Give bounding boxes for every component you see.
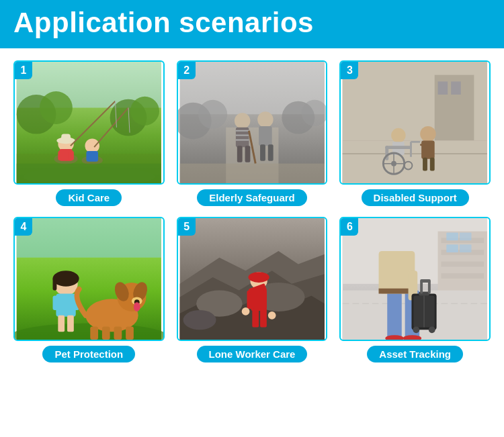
svg-rect-41 [267,144,273,160]
svg-rect-73 [53,295,61,310]
svg-rect-100 [252,309,259,327]
svg-rect-67 [17,218,161,258]
svg-rect-84 [90,326,98,340]
svg-rect-86 [114,326,122,340]
svg-rect-52 [420,144,428,146]
svg-point-16 [85,138,99,153]
svg-point-30 [235,113,250,128]
badge-1: 1 [15,62,32,79]
svg-rect-12 [69,151,74,160]
svg-rect-14 [61,134,71,142]
svg-rect-87 [126,326,134,340]
image-worker: 5 [177,217,328,341]
svg-rect-101 [260,309,267,327]
badge-5: 5 [178,218,196,236]
image-asset: 6 [339,217,491,341]
svg-point-4 [40,91,73,124]
svg-rect-57 [386,146,412,149]
svg-rect-112 [447,233,459,241]
svg-rect-54 [430,158,435,171]
card-worker: 5 [177,217,328,362]
svg-rect-98 [259,291,267,309]
card-pet: 4 [13,217,165,362]
label-disabled: Disabled Support [362,189,469,206]
card-kid-care: 1 [13,60,165,206]
badge-3: 3 [341,62,358,79]
page-container: Application scenarios 1 [0,0,504,369]
svg-point-94 [183,310,216,330]
svg-point-6 [130,97,159,126]
svg-rect-114 [447,244,459,252]
page-title: Application scenarios [13,7,314,39]
svg-rect-42 [179,164,324,183]
svg-rect-118 [388,291,403,340]
svg-point-104 [267,311,276,320]
svg-rect-76 [67,315,74,332]
svg-rect-130 [428,281,431,294]
image-elderly: 2 [177,60,328,185]
svg-rect-22 [17,164,161,183]
svg-point-55 [391,128,406,143]
svg-rect-110 [442,262,485,267]
svg-rect-53 [423,158,427,171]
svg-rect-36 [245,146,250,162]
content-area: 1 [0,48,504,369]
image-disabled: 3 [339,60,491,185]
image-pet: 4 [13,217,165,341]
svg-rect-17 [86,151,98,162]
svg-rect-51 [421,140,435,158]
card-elderly: 2 [177,60,328,206]
svg-rect-39 [259,126,272,146]
svg-point-133 [429,326,435,333]
svg-rect-11 [58,151,63,160]
card-disabled: 3 [339,60,491,206]
badge-4: 4 [15,218,32,236]
scenarios-grid: 1 [13,60,491,362]
svg-rect-75 [58,315,65,332]
label-asset: Asset Tracking [367,346,463,362]
svg-rect-48 [343,140,487,183]
svg-rect-40 [260,144,265,160]
svg-point-103 [241,307,249,315]
label-kid-care: Kid Care [56,189,122,206]
svg-point-83 [134,302,140,311]
svg-rect-131 [420,279,431,283]
svg-rect-35 [237,146,242,162]
label-pet: Pet Protection [42,346,135,362]
image-kid-care: 1 [13,60,165,185]
svg-point-50 [420,126,435,142]
badge-6: 6 [341,218,358,236]
svg-rect-46 [438,81,448,95]
svg-rect-47 [451,81,461,95]
svg-point-70 [53,271,79,286]
svg-point-132 [413,326,420,333]
svg-rect-113 [460,233,472,241]
label-worker: Lone Worker Care [197,346,308,362]
svg-point-26 [198,100,227,129]
label-elderly: Elderly Safeguard [197,189,307,206]
svg-rect-111 [442,273,485,279]
svg-rect-129 [420,281,423,294]
svg-rect-115 [460,244,472,252]
header: Application scenarios [0,0,504,48]
svg-point-99 [248,272,269,283]
svg-rect-85 [102,326,110,340]
svg-rect-71 [53,277,57,291]
svg-point-38 [257,111,273,127]
card-asset: 6 [339,217,491,362]
badge-2: 2 [178,62,196,79]
